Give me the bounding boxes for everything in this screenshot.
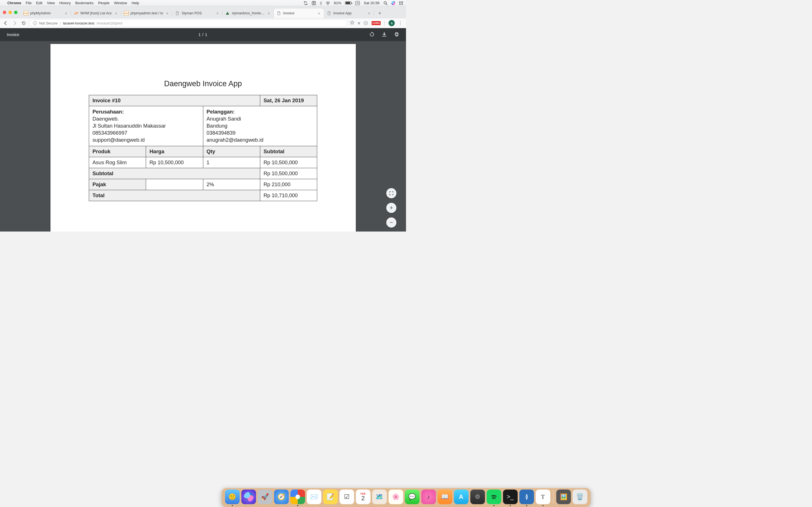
tax-label: Pajak [89, 179, 146, 190]
spotlight-icon[interactable] [384, 1, 388, 5]
url-host: laravel-invoicer.test [63, 21, 94, 25]
pdf-page: Daengweb Invoice App Invoice #10 Sat, 26… [50, 44, 356, 231]
not-secure-label: Not Secure [39, 21, 57, 25]
menu-people[interactable]: People [98, 1, 109, 5]
menu-view[interactable]: View [47, 1, 55, 5]
extensions-area: ▾ ☹ CORS | a ⋮ [350, 20, 404, 26]
minimize-window-icon[interactable] [8, 11, 12, 14]
menubar-clock[interactable]: Sat 20.56 [364, 1, 379, 5]
close-tab-icon[interactable]: × [367, 11, 371, 15]
rotate-button[interactable] [369, 32, 374, 38]
wifi-icon[interactable] [326, 1, 330, 5]
date-badge-icon[interactable]: 30 [355, 1, 360, 5]
zoom-out-button[interactable]: − [386, 217, 396, 228]
tab-slymanbros[interactable]: slymanbros_frontend × [222, 8, 274, 18]
sync-menu-icon[interactable] [303, 1, 308, 5]
company-address: Jl Sultan Hasanuddin Makassar [93, 122, 200, 129]
tab-slyman-pos[interactable]: Slyman POS × [172, 8, 222, 18]
pdf-title: Invoice [7, 33, 369, 37]
profile-avatar[interactable]: a [389, 20, 395, 26]
tabstrip: PMA phpMyAdmin × cP WHM [host] List Acc … [0, 6, 406, 18]
print-button[interactable] [394, 32, 399, 38]
zoom-in-button[interactable]: + [386, 203, 396, 213]
col-qty: Qty [203, 146, 260, 157]
back-button[interactable] [2, 21, 9, 25]
notification-center-icon[interactable] [399, 1, 403, 5]
pdf-canvas[interactable]: Daengweb Invoice App Invoice #10 Sat, 26… [0, 41, 406, 231]
menu-file[interactable]: File [26, 1, 32, 5]
close-tab-icon[interactable]: × [165, 11, 169, 15]
new-tab-button[interactable]: + [376, 9, 384, 17]
extension-v-icon[interactable]: ▾ [358, 20, 360, 26]
company-block: Perusahaan: Daengweb. Jl Sultan Hasanudd… [89, 106, 203, 146]
site-info-icon[interactable]: i [33, 21, 37, 25]
col-subtotal: Subtotal [260, 146, 317, 157]
menu-history[interactable]: History [59, 1, 70, 5]
company-phone: 085343966997 [93, 129, 200, 136]
tab-invoice[interactable]: Invoice × [274, 8, 324, 18]
display-menu-icon[interactable] [312, 1, 316, 5]
tab-phpmyadmin-local[interactable]: PMA phpmyadmin.test / lo × [121, 8, 172, 18]
invoice-heading: Daengweb Invoice App [59, 79, 347, 88]
pdf-viewer: Invoice 1 / 1 Daengweb Invoice App Invoi… [0, 28, 406, 231]
file-favicon-icon [327, 11, 331, 15]
extension-face-icon[interactable]: ☹ [363, 20, 368, 26]
col-product: Produk [89, 146, 146, 157]
cell-qty: 1 [203, 157, 260, 168]
cpanel-favicon-icon: cP [74, 11, 79, 15]
fit-page-button[interactable] [386, 188, 396, 198]
customer-phone: 0384394839 [207, 129, 314, 136]
close-tab-icon[interactable]: × [317, 11, 321, 15]
tax-empty [146, 179, 203, 190]
close-window-icon[interactable] [3, 11, 6, 14]
toolbar: i Not Secure | laravel-invoicer.test/inv… [0, 18, 406, 28]
separator: | [60, 21, 61, 25]
phpmyadmin-favicon-icon: PMA [124, 11, 129, 15]
tab-invoice-app[interactable]: Invoice App × [324, 8, 374, 18]
download-button[interactable] [382, 32, 387, 38]
app-menu[interactable]: Chrome [7, 1, 21, 5]
pdf-page-indicator: 1 / 1 [199, 33, 207, 37]
tab-title: Slyman POS [182, 11, 213, 15]
close-tab-icon[interactable]: × [215, 11, 220, 15]
close-tab-icon[interactable]: × [266, 11, 271, 15]
battery-icon[interactable] [345, 1, 351, 4]
close-tab-icon[interactable]: × [114, 11, 118, 15]
siri-icon[interactable] [391, 1, 395, 5]
battery-percent[interactable]: 81% [334, 1, 341, 5]
pdf-fab-column: + − [386, 188, 396, 228]
chrome-header: PMA phpMyAdmin × cP WHM [host] List Acc … [0, 6, 406, 28]
reload-button[interactable] [20, 21, 27, 25]
window-controls[interactable] [3, 11, 17, 14]
file-favicon-icon [175, 11, 180, 15]
url-path: /invoice/10/print [97, 21, 122, 25]
cell-subtotal: Rp 10,500,000 [260, 157, 317, 168]
company-email: support@daengweb.id [93, 136, 200, 144]
chrome-menu-button[interactable]: ⋮ [398, 20, 403, 26]
customer-email: anugrah2@daengweb.id [207, 136, 314, 144]
triangle-favicon-icon [225, 11, 230, 15]
bluetooth-icon[interactable] [320, 1, 322, 5]
bookmark-star-icon[interactable] [350, 20, 354, 26]
customer-label: Pelanggan: [207, 108, 314, 115]
tab-title: Invoice App [333, 11, 365, 15]
subtotal-label: Subtotal [89, 168, 260, 179]
menu-edit[interactable]: Edit [36, 1, 42, 5]
menu-window[interactable]: Window [114, 1, 127, 5]
forward-button[interactable] [11, 21, 18, 25]
cell-price: Rp 10,500,000 [146, 157, 203, 168]
tab-title: slymanbros_frontend [232, 11, 264, 15]
cell-product: Asus Rog Slim [89, 157, 146, 168]
address-bar[interactable]: i Not Secure | laravel-invoicer.test/inv… [29, 19, 348, 27]
fullscreen-window-icon[interactable] [14, 11, 17, 14]
tab-phpmyadmin[interactable]: PMA phpMyAdmin × [21, 8, 71, 18]
extension-cors-icon[interactable]: CORS [371, 21, 380, 25]
company-label: Perusahaan: [93, 108, 200, 115]
macos-menubar: Chrome File Edit View History Bookmarks … [0, 0, 406, 6]
tab-title: WHM [host] List Acc [80, 11, 112, 15]
menu-bookmarks[interactable]: Bookmarks [75, 1, 94, 5]
col-price: Harga [146, 146, 203, 157]
close-tab-icon[interactable]: × [64, 11, 68, 15]
tab-whm[interactable]: cP WHM [host] List Acc × [71, 8, 121, 18]
menu-help[interactable]: Help [132, 1, 139, 5]
